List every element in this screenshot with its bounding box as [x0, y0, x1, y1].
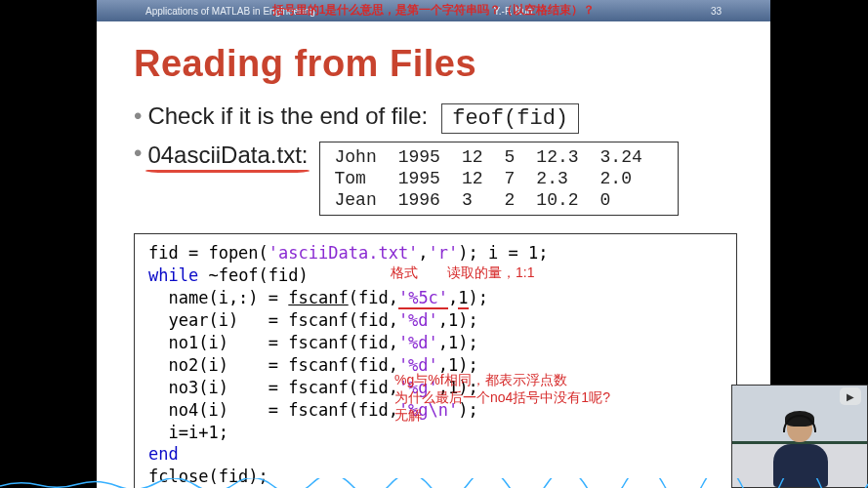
red-underline-icon: [145, 169, 310, 173]
header-page: 33: [711, 6, 722, 17]
table-row: Jean 1996 3 2 10.2 0: [334, 189, 663, 211]
bullet-2-text: 04asciiData.txt:: [147, 142, 308, 168]
cell: 3: [462, 189, 505, 211]
cell: 1995: [398, 146, 462, 168]
cell: 12.3: [536, 146, 599, 168]
annotation-format: 格式: [391, 264, 418, 282]
cell: Tom: [334, 168, 397, 189]
cell: 2: [505, 189, 537, 211]
bullet-1: • Check if it is the end of file: feof(f…: [134, 102, 737, 134]
cell: 12: [462, 146, 505, 168]
cell: 2.0: [600, 168, 664, 189]
cell: 1995: [398, 168, 462, 189]
tv-logo-icon: ▶: [840, 387, 861, 405]
cell: Jean: [334, 189, 397, 211]
code-block: fid = fopen('asciiData.txt','r'); i = 1;…: [134, 233, 737, 488]
progress-waveform[interactable]: [0, 478, 868, 488]
annotation-g-f: %g与%f相同，都表示浮点数: [394, 371, 567, 389]
cell: 2.3: [536, 168, 599, 189]
cell: 10.2: [536, 189, 599, 211]
webcam-overlay: ▶: [731, 385, 868, 488]
feof-code: feof(fid): [441, 103, 579, 134]
cell: 12: [462, 168, 505, 189]
cell: 7: [505, 168, 537, 189]
bullet-dot-icon: •: [134, 104, 142, 128]
bullet-2-label: 04asciiData.txt:: [147, 142, 308, 169]
bullet-1-text: Check if it is the end of file:: [147, 102, 428, 130]
cell: 0: [600, 189, 664, 211]
video-stage: Applications of MATLAB in Engineering Y.…: [0, 0, 868, 488]
cell: 5: [505, 146, 537, 168]
cell: John: [334, 146, 397, 168]
presenter-figure: [769, 411, 832, 487]
annotation-readcount: 读取的量，1:1: [447, 264, 534, 282]
slide-content: Reading from Files • Check if it is the …: [97, 21, 770, 488]
data-table: John 1995 12 5 12.3 3.24 Tom 1995 12 7: [319, 142, 678, 216]
annotation-no4-q: 为什么最后一个no4括号中没有1呢?: [394, 388, 610, 407]
table-row: Tom 1995 12 7 2.3 2.0: [334, 168, 663, 189]
table-row: John 1995 12 5 12.3 3.24: [334, 146, 663, 168]
slide: Applications of MATLAB in Engineering Y.…: [97, 0, 770, 488]
cell: 3.24: [600, 146, 664, 168]
slide-title: Reading from Files: [134, 43, 737, 85]
bullet-2: • 04asciiData.txt: John 1995 12 5 12.3 3…: [134, 142, 737, 216]
cell: 1996: [398, 189, 462, 211]
top-annotation: 括号里的1是什么意思，是第一个字符串吗？（以空格结束）？: [272, 2, 596, 19]
code-pre: fid = fopen('asciiData.txt','r'); i = 1;…: [148, 242, 723, 488]
annotation-unresolved: 无解: [394, 406, 422, 425]
bullet-dot-icon: •: [134, 142, 142, 165]
